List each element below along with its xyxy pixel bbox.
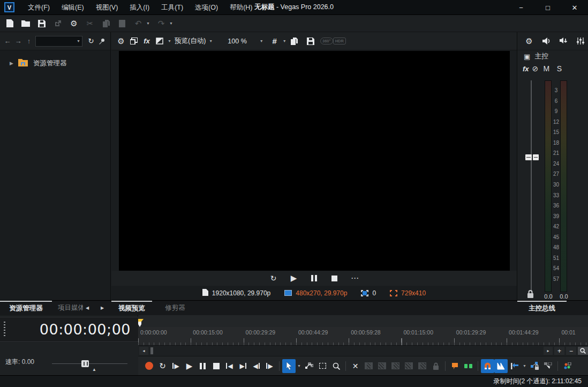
scrollbar-thumb[interactable] bbox=[150, 347, 153, 354]
trim-start-icon[interactable] bbox=[375, 359, 389, 373]
envelope-tool-button[interactable] bbox=[303, 359, 316, 373]
maximize-button[interactable]: □ bbox=[534, 0, 561, 15]
rate-slider-track[interactable] bbox=[52, 363, 127, 364]
insert-marker-button[interactable] bbox=[448, 359, 462, 373]
slip-event-icon[interactable] bbox=[402, 359, 416, 373]
preview-quality-dropdown-icon[interactable]: ▼ bbox=[207, 35, 214, 48]
selection-rect-tool-button[interactable] bbox=[316, 359, 329, 373]
pause-button[interactable] bbox=[196, 359, 209, 373]
zoom-tool-button[interactable] bbox=[578, 347, 588, 355]
video-output-fx-icon[interactable]: fx bbox=[140, 35, 153, 48]
previous-frame-button[interactable]: ◀ bbox=[250, 359, 263, 373]
slide-event-icon[interactable] bbox=[416, 359, 429, 373]
ignore-grouping-button[interactable] bbox=[541, 359, 555, 373]
mixer-sliders-icon[interactable] bbox=[574, 35, 587, 48]
play-button[interactable]: ▶ bbox=[183, 359, 196, 373]
bus-settings-gear-icon[interactable]: ⚙ bbox=[523, 35, 536, 48]
minimize-button[interactable]: − bbox=[508, 0, 534, 15]
marker-bar[interactable] bbox=[138, 315, 588, 327]
bus-icon[interactable]: ▣ bbox=[524, 53, 530, 61]
menu-item-6[interactable]: 帮助(H) bbox=[224, 0, 258, 15]
preview-more-icon[interactable]: ⋯ bbox=[349, 272, 361, 285]
scroll-right-icon[interactable]: ▸ bbox=[544, 347, 553, 355]
grid-overlay-dropdown-icon[interactable]: ▼ bbox=[281, 35, 288, 48]
address-combobox[interactable]: ▼ bbox=[35, 36, 82, 47]
menu-item-4[interactable]: 工具(T) bbox=[155, 0, 189, 15]
tab-video-preview[interactable]: 视频预览 bbox=[111, 301, 152, 315]
tab-trimmer[interactable]: 修剪器 bbox=[159, 301, 192, 315]
menu-item-1[interactable]: 编辑(E) bbox=[56, 0, 90, 15]
lock-event-icon[interactable] bbox=[429, 359, 442, 373]
tab-explorer[interactable]: 资源管理器 bbox=[0, 301, 52, 315]
preview-zoom-value[interactable]: 100 % bbox=[226, 38, 248, 45]
preview-pause-icon[interactable] bbox=[308, 272, 321, 285]
open-project-icon[interactable] bbox=[19, 17, 32, 30]
downmix-icon[interactable] bbox=[557, 35, 570, 48]
timecode-display[interactable]: 00:00:00;00 bbox=[0, 317, 138, 342]
tab-scroll-left-icon[interactable]: ◀ bbox=[83, 301, 92, 315]
redo-dropdown-icon[interactable]: ▼ bbox=[168, 17, 175, 30]
close-button[interactable]: ✕ bbox=[561, 0, 588, 15]
selection-edit-tool-button[interactable] bbox=[282, 359, 296, 373]
refresh-icon[interactable]: ↻ bbox=[86, 35, 96, 47]
preview-zoom-dropdown-icon[interactable]: ▼ bbox=[258, 35, 265, 48]
time-ruler[interactable]: 0:00:00:0000:00:15:0000:00:29:2900:00:44… bbox=[138, 327, 588, 346]
save-snapshot-icon[interactable] bbox=[304, 35, 317, 48]
tab-scroll-right-icon[interactable]: ▶ bbox=[98, 301, 107, 315]
play-from-start-button[interactable]: ▶ bbox=[169, 359, 183, 373]
loop-playback-button[interactable]: ↻ bbox=[156, 359, 169, 373]
split-event-icon[interactable] bbox=[362, 359, 375, 373]
next-frame-button[interactable]: ▶ bbox=[263, 359, 276, 373]
copy-icon[interactable] bbox=[100, 17, 112, 30]
edit-tool-dropdown-icon[interactable]: ▼ bbox=[296, 360, 303, 373]
bus-fx-button[interactable]: fx bbox=[523, 65, 529, 73]
paste-icon[interactable] bbox=[116, 17, 129, 30]
menu-item-3[interactable]: 插入(I) bbox=[124, 0, 155, 15]
menu-item-2[interactable]: 视图(V) bbox=[90, 0, 124, 15]
preview-loop-icon[interactable]: ↻ bbox=[267, 272, 280, 285]
grip-handle-icon[interactable] bbox=[4, 322, 5, 338]
tree-expander-icon[interactable]: ▶ bbox=[10, 61, 18, 66]
external-monitor-icon[interactable] bbox=[127, 35, 140, 48]
preview-stop-icon[interactable] bbox=[328, 272, 341, 285]
project-properties-gear-icon[interactable]: ⚙ bbox=[67, 17, 80, 30]
lock-envelopes-button[interactable] bbox=[528, 359, 541, 373]
preview-quality-label[interactable]: 预览(自动) bbox=[173, 36, 207, 46]
undo-dropdown-icon[interactable]: ▼ bbox=[145, 17, 152, 30]
preview-settings-gear-icon[interactable]: ⚙ bbox=[115, 35, 127, 48]
save-project-icon[interactable] bbox=[35, 17, 48, 30]
go-to-end-button[interactable]: ▶ bbox=[236, 359, 250, 373]
menu-item-5[interactable]: 选项(O) bbox=[189, 0, 224, 15]
nav-up-icon[interactable]: ↑ bbox=[24, 35, 34, 47]
volume-fader-handle[interactable] bbox=[525, 154, 539, 160]
delete-button[interactable]: ✕ bbox=[349, 359, 362, 373]
address-dropdown-icon[interactable]: ▼ bbox=[75, 36, 82, 46]
record-button[interactable] bbox=[142, 359, 156, 373]
go-to-start-button[interactable]: ◀ bbox=[223, 359, 236, 373]
snapping-button[interactable] bbox=[481, 359, 494, 373]
speaker-icon[interactable] bbox=[540, 35, 553, 48]
scroll-left-icon[interactable]: ◂ bbox=[139, 347, 148, 355]
rate-slider-handle[interactable] bbox=[81, 360, 89, 367]
split-screen-view-icon[interactable] bbox=[153, 35, 166, 48]
quantize-to-frames-button[interactable] bbox=[494, 359, 508, 373]
split-screen-dropdown-icon[interactable]: ▼ bbox=[166, 35, 173, 48]
preview-play-icon[interactable]: ▶ bbox=[288, 272, 300, 285]
zoom-in-button[interactable]: + bbox=[554, 347, 564, 355]
magnify-tool-button[interactable] bbox=[329, 359, 343, 373]
redo-icon[interactable]: ↷ bbox=[155, 17, 168, 30]
copy-snapshot-icon[interactable] bbox=[288, 35, 301, 48]
zoom-out-button[interactable]: − bbox=[566, 347, 576, 355]
favorites-pin-icon[interactable] bbox=[96, 35, 107, 47]
new-project-icon[interactable] bbox=[3, 17, 16, 30]
menu-item-0[interactable]: 文件(F) bbox=[22, 0, 56, 15]
bus-automation-icon[interactable]: ⊘ bbox=[532, 64, 539, 73]
grid-overlay-icon[interactable]: # bbox=[268, 35, 281, 48]
bus-solo-button[interactable]: S bbox=[554, 64, 564, 73]
open-in-external-icon[interactable] bbox=[51, 17, 64, 30]
explorer-root-item[interactable]: ▶ 资源管理器 bbox=[0, 57, 110, 70]
mixer-console-button[interactable] bbox=[561, 359, 574, 373]
fader-lock-icon[interactable] bbox=[527, 290, 534, 300]
trim-end-icon[interactable] bbox=[389, 359, 402, 373]
auto-ripple-button[interactable] bbox=[508, 359, 521, 373]
